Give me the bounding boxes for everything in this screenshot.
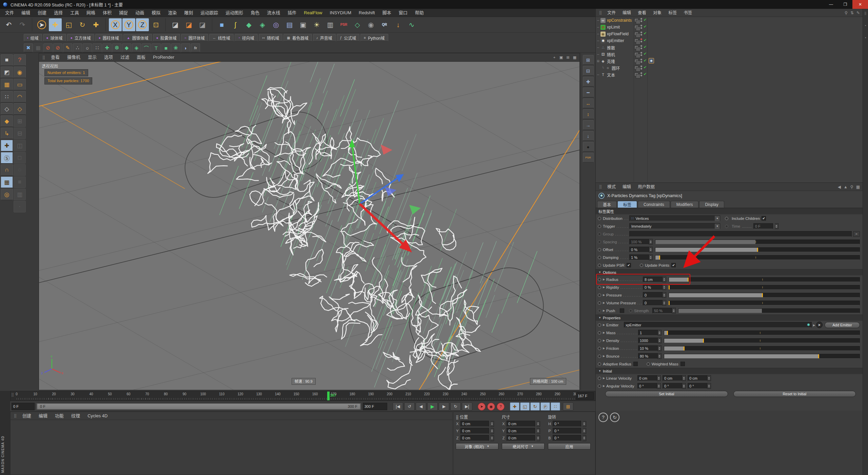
- range-end-field[interactable]: 300 F: [363, 403, 387, 410]
- render-visibility-dot[interactable]: [640, 20, 642, 22]
- viewport-panel[interactable]: ⣿ 查看摄像机显示选项过滤面板ProRender +▣⊞▦ YXZ 透视视图 N…: [39, 53, 580, 390]
- offset-field[interactable]: 0 %: [629, 247, 649, 252]
- slider-handle[interactable]: [669, 301, 670, 305]
- stepper-up[interactable]: [537, 437, 539, 438]
- display-tag-icon[interactable]: ▥: [324, 18, 337, 31]
- psr-keys-icon[interactable]: PSR: [583, 153, 594, 163]
- stepper-icon[interactable]: [682, 375, 686, 381]
- render-settings-icon[interactable]: ◪: [196, 18, 209, 31]
- live-selection-icon[interactable]: ➤: [35, 18, 48, 31]
- stepper-down[interactable]: [583, 431, 585, 432]
- section-header-1[interactable]: ▼Options: [596, 269, 863, 276]
- texture-mode-icon[interactable]: ◩: [1, 66, 13, 78]
- render-visibility-dot[interactable]: [640, 54, 642, 56]
- tab-1[interactable]: 标签: [617, 201, 637, 208]
- layer-toggle-icon[interactable]: [634, 39, 638, 42]
- model-mode-icon[interactable]: ■: [1, 54, 13, 66]
- attr-row-2-4[interactable]: ▶Bounce...................80 %: [596, 352, 863, 360]
- editor-visibility-dot[interactable]: [640, 59, 642, 60]
- xp-emitter-off-tool[interactable]: ⊘: [43, 43, 53, 52]
- checkbox[interactable]: [680, 362, 685, 366]
- render-visibility-dot[interactable]: [640, 61, 642, 63]
- sort-icon[interactable]: ⇅: [850, 11, 854, 15]
- stepper-down[interactable]: [683, 379, 685, 380]
- keyframe-help-button[interactable]: ?: [497, 403, 505, 411]
- xp-scatter-tool[interactable]: ✚: [102, 43, 112, 52]
- attr-row-2-0[interactable]: ▶EmitterxpEmitter✱▸➤Add Emitter: [596, 321, 863, 329]
- close-button[interactable]: ✕: [852, 0, 868, 9]
- section-header-2[interactable]: ▼Properties: [596, 315, 863, 321]
- stepper-up[interactable]: [663, 278, 665, 279]
- time-field[interactable]: 0 F: [753, 223, 773, 229]
- xp-paint-tool[interactable]: ✎: [63, 43, 72, 52]
- panel-grip-icon[interactable]: ⣿: [41, 55, 46, 60]
- stepper-down[interactable]: [775, 227, 777, 228]
- visibility-dots[interactable]: [640, 18, 642, 22]
- attr-row-3-1[interactable]: ▶Angular Velocity0 °0 °0 °: [596, 382, 863, 390]
- attr-row-0-6[interactable]: Update PSR✔Update Points✔: [596, 261, 863, 269]
- rigidity-slider[interactable]: [669, 285, 860, 290]
- stepper-up[interactable]: [583, 430, 585, 431]
- record-rotation-button[interactable]: ↻: [530, 402, 540, 411]
- xp-cluster-tool[interactable]: ❆: [112, 43, 121, 52]
- coord-field[interactable]: 0 °: [553, 421, 581, 427]
- magic-merge-icon[interactable]: ↓: [392, 18, 405, 31]
- menu-item-13[interactable]: 运动图形: [222, 9, 247, 17]
- stepper-up[interactable]: [775, 225, 777, 226]
- menu-item-21[interactable]: 窗口: [395, 9, 411, 17]
- primitive-cube-icon[interactable]: ■: [215, 18, 228, 31]
- editor-visibility-dot[interactable]: [640, 72, 642, 74]
- pressure-slider[interactable]: [669, 293, 860, 298]
- dock-handle-icon[interactable]: ▪: [865, 24, 866, 27]
- stepper-icon[interactable]: [663, 277, 666, 282]
- menu-item-20[interactable]: 脚本: [379, 9, 395, 17]
- xp-mesh-gen-tool[interactable]: ◈: [132, 43, 141, 52]
- animation-dot-icon[interactable]: [598, 377, 601, 380]
- menu-item-10[interactable]: 渲染: [164, 9, 180, 17]
- tab-2[interactable]: Constraints: [638, 201, 670, 208]
- menu-item-18[interactable]: INSYDIUM: [326, 9, 355, 17]
- stepper-down[interactable]: [650, 258, 652, 259]
- cone-field-button[interactable]: ▲圆锥体域: [123, 34, 152, 41]
- object-row-3[interactable]: ─✱xpEmitter✔: [596, 37, 863, 44]
- slider-handle[interactable]: [818, 354, 819, 358]
- live-selection-tool-icon[interactable]: ◉: [14, 66, 26, 78]
- editor-visibility-dot[interactable]: [640, 25, 642, 26]
- panel-grip-icon[interactable]: ⣿: [597, 185, 604, 189]
- previous-frame-button[interactable]: ◀: [416, 402, 426, 411]
- animation-dot-icon[interactable]: [598, 331, 601, 335]
- material-menu-item-1[interactable]: 编辑: [35, 412, 51, 420]
- tab-0[interactable]: 基本: [597, 201, 617, 208]
- attr-row-0-5[interactable]: Damping...................1 %: [596, 253, 863, 261]
- menu-item-7[interactable]: 捕捉: [115, 9, 132, 17]
- stepper-icon[interactable]: [536, 421, 540, 427]
- search-icon[interactable]: ⚲: [845, 11, 848, 15]
- layer-toggle-icon[interactable]: [634, 18, 638, 22]
- record-parameter-button[interactable]: Ⓟ: [540, 402, 550, 411]
- workplane-snap-icon[interactable]: ▦: [1, 176, 13, 188]
- stepper-icon[interactable]: [658, 330, 662, 336]
- menu-item-17[interactable]: RealFlow: [300, 9, 326, 17]
- stepper-up[interactable]: [673, 309, 675, 310]
- stepper-down[interactable]: [663, 288, 665, 289]
- menu-item-22[interactable]: 帮助: [411, 9, 428, 17]
- animation-dot-icon[interactable]: [598, 362, 601, 366]
- polygon-selection-tool-icon[interactable]: ◇: [14, 103, 26, 115]
- stepper-down[interactable]: [650, 242, 652, 243]
- help-tool-icon[interactable]: ?: [14, 54, 26, 66]
- deformer-icon[interactable]: ◎: [270, 18, 282, 31]
- lasso-selection-tool-icon[interactable]: ◠: [14, 91, 26, 102]
- stepper-up[interactable]: [537, 430, 539, 431]
- go-to-end-button[interactable]: ▶|: [462, 402, 472, 411]
- menu-item-8[interactable]: 动画: [132, 9, 148, 17]
- enabled-check-icon[interactable]: ✔: [644, 24, 647, 29]
- ruler-grip-icon[interactable]: ⣿: [11, 393, 14, 397]
- attribute-menu-item-2[interactable]: 用户数据: [634, 183, 658, 191]
- menu-item-12[interactable]: 运动跟踪: [197, 9, 222, 17]
- object-manager-menu-item-4[interactable]: 标签: [665, 9, 680, 17]
- xp-spline-off-tool[interactable]: ⊘: [53, 43, 62, 52]
- stepper-down[interactable]: [708, 386, 710, 387]
- keys-shift-right-icon[interactable]: →: [583, 120, 594, 130]
- disabled-tool-1-icon[interactable]: ⊞: [14, 115, 26, 127]
- animation-dot-icon[interactable]: [598, 355, 601, 358]
